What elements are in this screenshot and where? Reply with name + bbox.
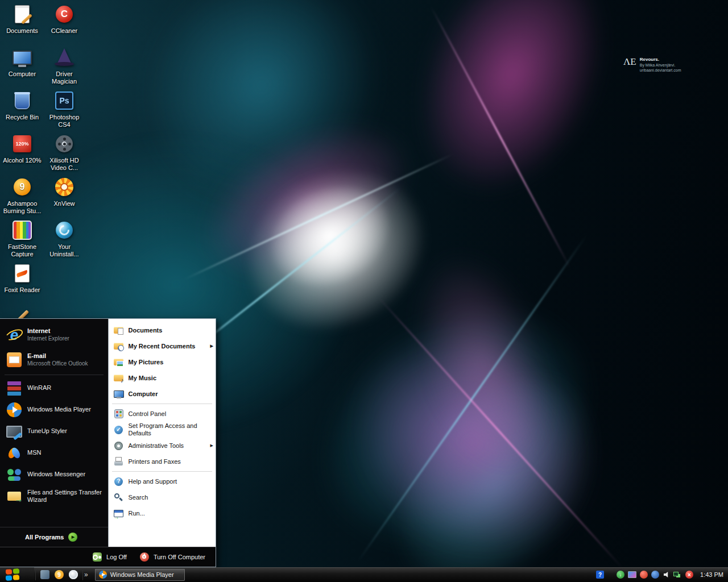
menu-item-label: Windows Media Player bbox=[27, 406, 91, 413]
quick-launch-media-icon[interactable] bbox=[69, 570, 78, 579]
start-menu-item-my-pictures[interactable]: My Pictures bbox=[109, 354, 216, 370]
desktop-icon-alcohol[interactable]: Alcohol 120% bbox=[1, 132, 43, 175]
tuneup-styler-icon bbox=[6, 423, 23, 440]
desktop-icon-driver-magician[interactable]: Driver Magician bbox=[43, 45, 85, 89]
magician-hat-icon bbox=[52, 45, 76, 69]
start-menu-item-internet[interactable]: InternetInternet Explorer bbox=[0, 322, 108, 347]
submenu-arrow-icon bbox=[210, 443, 213, 448]
menu-item-label: MSN bbox=[27, 449, 41, 456]
start-menu-footer: Log Off Turn Off Computer bbox=[0, 547, 216, 567]
start-button[interactable] bbox=[0, 567, 34, 582]
start-menu-right-column: Documents My Recent Documents My Picture… bbox=[108, 319, 216, 547]
menu-item-label: My Recent Documents bbox=[129, 343, 196, 350]
start-menu-item-help-and-support[interactable]: Help and Support bbox=[109, 473, 216, 489]
desktop-icon-label: Xilisoft HD Video C... bbox=[43, 157, 85, 171]
pinned-title: Internet bbox=[27, 327, 69, 335]
menu-item-label: My Music bbox=[129, 375, 157, 382]
tray-display-icon[interactable] bbox=[628, 571, 636, 578]
ccleaner-icon bbox=[52, 2, 76, 26]
all-programs-button[interactable]: All Programs bbox=[0, 527, 108, 547]
start-menu-item-winrar[interactable]: WinRAR bbox=[0, 377, 108, 399]
start-menu-item-control-panel[interactable]: Control Panel bbox=[109, 406, 216, 422]
xnview-icon bbox=[52, 175, 76, 199]
menu-item-label: Administrative Tools bbox=[129, 442, 184, 450]
faststone-icon bbox=[10, 218, 34, 242]
wallpaper-byline: By Miika Ahvenjärvi. bbox=[640, 63, 681, 68]
all-programs-arrow-icon bbox=[68, 533, 77, 542]
computer-icon bbox=[113, 388, 125, 400]
menu-item-label: TuneUp Styler bbox=[27, 427, 67, 435]
tray-help-icon[interactable] bbox=[596, 571, 604, 579]
start-menu-item-my-music[interactable]: My Music bbox=[109, 370, 216, 386]
quick-launch-ashampoo-icon[interactable] bbox=[55, 570, 64, 579]
start-menu-item-documents[interactable]: Documents bbox=[109, 322, 216, 338]
computer-icon bbox=[10, 45, 34, 69]
desktop-icon-photoshop[interactable]: Photoshop CS4 bbox=[43, 89, 85, 132]
menu-item-label: Control Panel bbox=[129, 410, 167, 418]
taskbar-task-windows-media-player[interactable]: Windows Media Player bbox=[95, 569, 185, 581]
tray-update-icon[interactable] bbox=[617, 571, 624, 579]
start-menu-item-windows-media-player[interactable]: Windows Media Player bbox=[0, 399, 108, 421]
desktop-icon-label: Driver Magician bbox=[43, 70, 85, 85]
desktop-icon-ashampoo[interactable]: Ashampoo Burning Stu... bbox=[1, 175, 43, 218]
photoshop-icon bbox=[52, 89, 76, 113]
log-off-icon bbox=[92, 552, 102, 562]
pinned-subtitle: Microsoft Office Outlook bbox=[27, 360, 88, 367]
system-tray: 1:43 PM bbox=[590, 567, 728, 582]
desktop-icon-foxit[interactable]: Foxit Reader bbox=[1, 261, 43, 305]
desktop-icon-computer[interactable]: Computer bbox=[1, 45, 43, 89]
menu-item-label: Windows Messenger bbox=[27, 471, 85, 478]
tray-volume-icon[interactable] bbox=[663, 571, 671, 579]
tray-messenger-icon[interactable] bbox=[651, 571, 659, 579]
start-menu-item-transfer-wizard[interactable]: Files and Settings Transfer Wizard bbox=[0, 485, 108, 507]
transfer-wizard-icon bbox=[6, 488, 23, 505]
separator bbox=[112, 404, 213, 404]
desktop-icon-label: Documents bbox=[6, 27, 38, 35]
start-menu-item-my-recent-documents[interactable]: My Recent Documents bbox=[109, 338, 216, 354]
tray-media-icon[interactable] bbox=[640, 571, 648, 579]
desktop-icon-xilisoft[interactable]: Xilisoft HD Video C... bbox=[43, 132, 85, 175]
desktop-icon-documents[interactable]: Documents bbox=[1, 2, 43, 45]
start-menu-item-administrative-tools[interactable]: Administrative Tools bbox=[109, 438, 216, 454]
quick-launch-tuneup-icon[interactable] bbox=[40, 570, 49, 579]
desktop-icon-recycle-bin[interactable]: Recycle Bin bbox=[1, 89, 43, 132]
start-menu-item-run[interactable]: Run... bbox=[109, 505, 216, 521]
start-menu-item-printers-and-faxes[interactable]: Printers and Faxes bbox=[109, 454, 216, 469]
taskbar-clock[interactable]: 1:43 PM bbox=[700, 571, 723, 578]
documents-icon bbox=[10, 2, 34, 26]
desktop-icon-ccleaner[interactable]: CCleaner bbox=[43, 2, 85, 45]
media-player-icon bbox=[6, 401, 23, 418]
start-menu-left-column: InternetInternet Explorer E-mailMicrosof… bbox=[0, 319, 108, 547]
messenger-icon bbox=[6, 466, 23, 483]
log-off-button[interactable]: Log Off bbox=[92, 552, 127, 562]
start-menu-item-windows-messenger[interactable]: Windows Messenger bbox=[0, 464, 108, 485]
program-access-icon bbox=[113, 424, 125, 435]
wallpaper-title: Revours. bbox=[640, 57, 681, 63]
turn-off-computer-button[interactable]: Turn Off Computer bbox=[139, 552, 205, 562]
tray-network-icon[interactable] bbox=[674, 571, 682, 579]
recent-documents-folder-icon bbox=[113, 340, 125, 352]
start-menu-item-program-access[interactable]: Set Program Access and Defaults bbox=[109, 422, 216, 438]
menu-item-label: Run... bbox=[129, 510, 145, 517]
desktop-icon-label: Photoshop CS4 bbox=[43, 114, 85, 128]
menu-item-label: Help and Support bbox=[129, 478, 177, 485]
desktop-icon-faststone[interactable]: FastStone Capture bbox=[1, 218, 43, 261]
quick-launch-overflow-chevron[interactable]: » bbox=[84, 571, 88, 579]
quick-launch bbox=[35, 569, 83, 580]
internet-explorer-icon bbox=[6, 326, 23, 343]
start-menu-item-tuneup-styler[interactable]: TuneUp Styler bbox=[0, 421, 108, 442]
windows-flag-icon bbox=[6, 568, 19, 581]
desktop-icon-xnview[interactable]: XnView bbox=[43, 175, 85, 218]
recycle-bin-icon bbox=[10, 89, 34, 113]
printer-icon bbox=[113, 456, 125, 467]
tray-security-alert-icon[interactable] bbox=[685, 571, 693, 579]
start-menu-item-search[interactable]: Search bbox=[109, 489, 216, 505]
start-menu-item-msn[interactable]: MSN bbox=[0, 442, 108, 464]
start-menu-item-email[interactable]: E-mailMicrosoft Office Outlook bbox=[0, 347, 108, 372]
menu-item-label: Files and Settings Transfer Wizard bbox=[27, 489, 105, 504]
menu-item-label: WinRAR bbox=[27, 384, 51, 392]
help-icon bbox=[113, 476, 125, 487]
desktop-icon-grid: Documents CCleaner Computer Driver Magic… bbox=[1, 2, 85, 348]
desktop-icon-your-uninstaller[interactable]: Your Uninstall... bbox=[43, 218, 85, 261]
start-menu-item-computer[interactable]: Computer bbox=[109, 386, 216, 402]
